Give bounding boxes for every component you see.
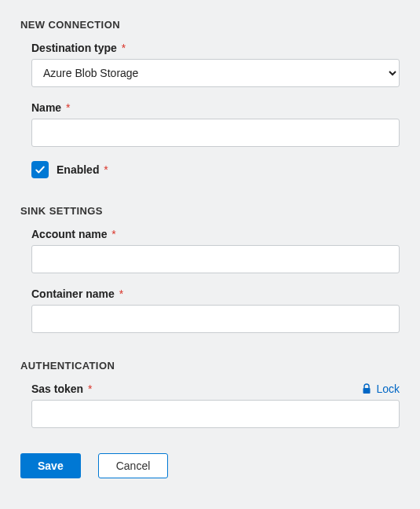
label-name-text: Name bbox=[31, 101, 61, 114]
destination-type-select[interactable]: Azure Blob Storage bbox=[31, 59, 400, 87]
field-enabled: Enabled * bbox=[31, 161, 400, 178]
sas-token-input[interactable] bbox=[31, 400, 400, 428]
lock-label: Lock bbox=[376, 383, 400, 395]
form-buttons: Save Cancel bbox=[20, 453, 400, 478]
cancel-button[interactable]: Cancel bbox=[98, 453, 169, 478]
required-indicator: * bbox=[108, 228, 115, 240]
section-title-new-connection: NEW CONNECTION bbox=[20, 19, 400, 31]
label-account-name: Account name * bbox=[31, 228, 400, 240]
account-name-input[interactable] bbox=[31, 245, 400, 273]
field-account-name: Account name * bbox=[31, 228, 400, 273]
check-icon bbox=[35, 164, 46, 175]
name-input[interactable] bbox=[31, 119, 400, 147]
sas-token-label-row: Sas token * Lock bbox=[31, 383, 400, 395]
label-sas-token: Sas token * bbox=[31, 383, 92, 395]
label-sas-token-text: Sas token bbox=[31, 383, 83, 395]
label-container-name: Container name * bbox=[31, 287, 400, 300]
label-account-name-text: Account name bbox=[31, 228, 107, 240]
svg-rect-0 bbox=[363, 388, 371, 394]
enabled-label-text: Enabled bbox=[57, 163, 99, 176]
connection-form: NEW CONNECTION Destination type * Azure … bbox=[0, 0, 420, 509]
label-name: Name * bbox=[31, 101, 400, 114]
required-indicator: * bbox=[85, 383, 92, 395]
label-destination-type-text: Destination type bbox=[31, 42, 117, 54]
enabled-label: Enabled * bbox=[57, 163, 108, 176]
authentication-fields: Sas token * Lock bbox=[20, 383, 400, 428]
lock-icon bbox=[362, 383, 371, 394]
required-indicator: * bbox=[119, 42, 126, 54]
new-connection-fields: Destination type * Azure Blob Storage Na… bbox=[20, 42, 400, 178]
field-container-name: Container name * bbox=[31, 287, 400, 333]
enabled-checkbox[interactable] bbox=[31, 161, 49, 178]
field-destination-type: Destination type * Azure Blob Storage bbox=[31, 42, 400, 87]
sink-settings-fields: Account name * Container name * bbox=[20, 228, 400, 333]
save-button[interactable]: Save bbox=[20, 453, 81, 478]
field-name: Name * bbox=[31, 101, 400, 147]
required-indicator: * bbox=[100, 163, 108, 176]
required-indicator: * bbox=[116, 287, 123, 300]
required-indicator: * bbox=[63, 101, 70, 114]
lock-button[interactable]: Lock bbox=[362, 383, 400, 395]
container-name-input[interactable] bbox=[31, 305, 400, 333]
section-title-sink-settings: SINK SETTINGS bbox=[20, 205, 400, 217]
field-sas-token: Sas token * Lock bbox=[31, 383, 400, 428]
section-title-authentication: AUTHENTICATION bbox=[20, 360, 400, 372]
label-container-name-text: Container name bbox=[31, 287, 115, 300]
label-destination-type: Destination type * bbox=[31, 42, 400, 54]
